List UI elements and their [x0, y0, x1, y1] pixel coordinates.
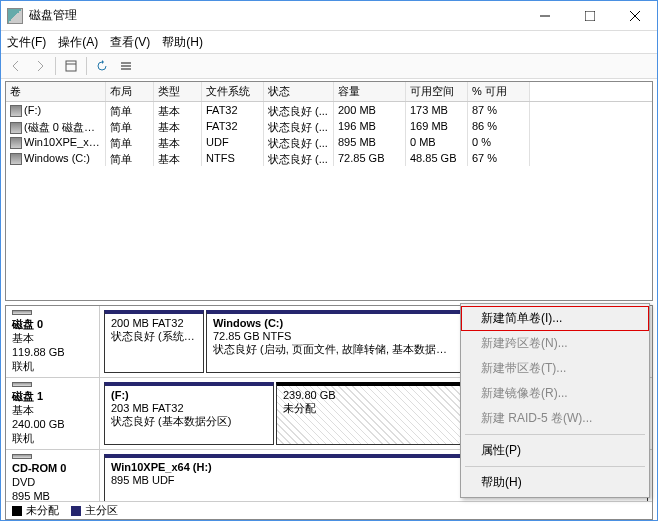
menu-new-mirror-volume: 新建镜像卷(R)... — [461, 381, 649, 406]
menu-view[interactable]: 查看(V) — [110, 34, 150, 51]
col-free[interactable]: 可用空间 — [406, 82, 468, 101]
disk-info[interactable]: CD-ROM 0DVD895 MB联机 — [6, 450, 100, 501]
col-pct[interactable]: % 可用 — [468, 82, 530, 101]
col-capacity[interactable]: 容量 — [334, 82, 406, 101]
volume-list-header: 卷 布局 类型 文件系统 状态 容量 可用空间 % 可用 — [6, 82, 652, 102]
menu-sep — [465, 466, 645, 467]
context-menu: 新建简单卷(I)... 新建跨区卷(N)... 新建带区卷(T)... 新建镜像… — [460, 303, 650, 498]
disk-icon — [12, 454, 32, 459]
svg-rect-7 — [121, 65, 131, 67]
volume-row[interactable]: (磁盘 0 磁盘分区 1)简单基本FAT32状态良好 (...196 MB169… — [6, 118, 652, 134]
toolbar-sep — [86, 57, 87, 75]
partition[interactable]: (F:)203 MB FAT32状态良好 (基本数据分区) — [104, 382, 274, 445]
col-volume[interactable]: 卷 — [6, 82, 106, 101]
col-layout[interactable]: 布局 — [106, 82, 154, 101]
back-button[interactable] — [5, 55, 27, 77]
volume-row[interactable]: Win10XPE_x64 (H:)简单基本UDF状态良好 (...895 MB0… — [6, 134, 652, 150]
menu-action[interactable]: 操作(A) — [58, 34, 98, 51]
volume-icon — [10, 122, 22, 134]
volume-icon — [10, 105, 22, 117]
menu-properties[interactable]: 属性(P) — [461, 438, 649, 463]
menubar: 文件(F) 操作(A) 查看(V) 帮助(H) — [1, 31, 657, 53]
svg-rect-6 — [121, 62, 131, 64]
disk-icon — [12, 310, 32, 315]
disk-info[interactable]: 磁盘 1基本240.00 GB联机 — [6, 378, 100, 449]
maximize-button[interactable] — [567, 1, 612, 31]
close-button[interactable] — [612, 1, 657, 31]
menu-new-simple-volume[interactable]: 新建简单卷(I)... — [461, 306, 649, 331]
menu-new-spanned-volume: 新建跨区卷(N)... — [461, 331, 649, 356]
legend-unalloc: 未分配 — [12, 503, 59, 518]
svg-rect-8 — [121, 68, 131, 70]
volume-row[interactable]: Windows (C:)简单基本NTFS状态良好 (...72.85 GB48.… — [6, 150, 652, 166]
menu-help[interactable]: 帮助(H) — [461, 470, 649, 495]
volume-icon — [10, 137, 22, 149]
menu-sep — [465, 434, 645, 435]
menu-help[interactable]: 帮助(H) — [162, 34, 203, 51]
minimize-button[interactable] — [522, 1, 567, 31]
settings-view-button[interactable] — [60, 55, 82, 77]
app-icon — [7, 8, 23, 24]
menu-file[interactable]: 文件(F) — [7, 34, 46, 51]
list-button[interactable] — [115, 55, 137, 77]
app-title: 磁盘管理 — [29, 7, 522, 24]
svg-rect-4 — [66, 61, 76, 71]
refresh-button[interactable] — [91, 55, 113, 77]
menu-new-striped-volume: 新建带区卷(T)... — [461, 356, 649, 381]
volume-list[interactable]: 卷 布局 类型 文件系统 状态 容量 可用空间 % 可用 (F:)简单基本FAT… — [5, 81, 653, 301]
partition[interactable]: 200 MB FAT32状态良好 (系统, … — [104, 310, 204, 373]
legend-primary: 主分区 — [71, 503, 118, 518]
col-status[interactable]: 状态 — [264, 82, 334, 101]
volume-list-body: (F:)简单基本FAT32状态良好 (...200 MB173 MB87 %(磁… — [6, 102, 652, 166]
disk-icon — [12, 382, 32, 387]
titlebar: 磁盘管理 — [1, 1, 657, 31]
col-fs[interactable]: 文件系统 — [202, 82, 264, 101]
disk-info[interactable]: 磁盘 0基本119.88 GB联机 — [6, 306, 100, 377]
volume-row[interactable]: (F:)简单基本FAT32状态良好 (...200 MB173 MB87 % — [6, 102, 652, 118]
svg-rect-1 — [585, 11, 595, 21]
forward-button[interactable] — [29, 55, 51, 77]
volume-icon — [10, 153, 22, 165]
menu-new-raid5-volume: 新建 RAID-5 卷(W)... — [461, 406, 649, 431]
legend: 未分配 主分区 — [6, 501, 652, 519]
toolbar — [1, 53, 657, 79]
col-type[interactable]: 类型 — [154, 82, 202, 101]
toolbar-sep — [55, 57, 56, 75]
